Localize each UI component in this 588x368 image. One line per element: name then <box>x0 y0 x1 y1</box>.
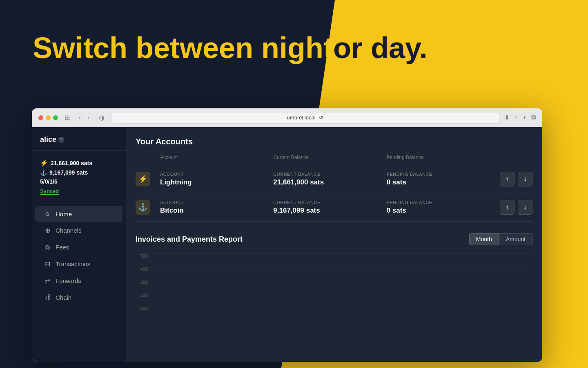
home-icon: ⌂ <box>43 210 51 218</box>
download-icon[interactable]: ⬇ <box>504 114 510 121</box>
bitcoin-current-balance-info: Current Balance 9,167,099 sats <box>273 200 378 215</box>
accounts-header: Account Current Balance Pending Balance <box>136 155 532 164</box>
bitcoin-account-info: Account Bitcoin <box>160 200 265 215</box>
theme-icon[interactable]: ◑ <box>97 112 106 123</box>
lightning-current-balance: 21,661,900 sats <box>273 178 378 186</box>
nav-label-forwards: Forwards <box>56 277 81 284</box>
lightning-account-label: Account <box>160 172 265 177</box>
tabs-icon[interactable]: ⧉ <box>531 114 536 121</box>
lightning-pending-balance-info: Pending Balance 0 sats <box>387 172 492 186</box>
bitcoin-send-button[interactable]: ↑ <box>500 200 514 215</box>
refresh-icon[interactable]: ↺ <box>319 114 323 121</box>
accounts-section-title: Your Accounts <box>136 137 532 146</box>
lightning-current-balance-info: Current Balance 21,661,900 sats <box>273 172 378 186</box>
forwards-icon: ⇄ <box>43 277 51 285</box>
traffic-light-green[interactable] <box>53 115 58 120</box>
bitcoin-balance-label: Current Balance <box>273 200 378 205</box>
lightning-account-icon: ⚡ <box>136 172 150 186</box>
chart-header: Invoices and Payments Report Month Amoun… <box>136 233 532 245</box>
bitcoin-account-icon: ⚓ <box>136 200 150 215</box>
fees-icon: ◎ <box>43 243 51 251</box>
lightning-pending-label: Pending Balance <box>387 172 492 177</box>
forward-button[interactable]: › <box>85 112 92 123</box>
browser-window: ⊞ ‹ › ◑ umbrel.local ↺ ⬇ ↑ + ⧉ alice ? <box>32 108 542 362</box>
col-current-balance: Current Balance <box>273 155 378 160</box>
username-text: alice <box>40 135 56 144</box>
sidebar-item-fees[interactable]: ◎ Fees <box>35 239 122 255</box>
bitcoin-account-label: Account <box>160 200 265 205</box>
nav-label-transactions: Transactions <box>56 260 90 267</box>
bitcoin-current-balance: 9,167,099 sats <box>273 206 378 215</box>
sidebar-balances: ⚡ 21,661,900 sats ⚓ 9,167,099 sats 5/0/1… <box>32 154 126 200</box>
share-icon[interactable]: ↑ <box>514 114 518 121</box>
account-row-bitcoin: ⚓ Account Bitcoin Current Balance 9,167,… <box>136 193 532 222</box>
nav-label-home: Home <box>56 211 72 218</box>
sidebar-item-chain[interactable]: ⛓ Chain <box>35 289 122 305</box>
lightning-actions: ↑ ↓ <box>500 172 532 186</box>
month-control-button[interactable]: Month <box>469 233 499 245</box>
sidebar-header: alice ? <box>32 135 126 151</box>
traffic-light-yellow[interactable] <box>46 115 51 120</box>
browser-actions: ⬇ ↑ + ⧉ <box>504 114 536 121</box>
new-tab-icon[interactable]: + <box>523 114 526 121</box>
chart-title: Invoices and Payments Report <box>136 235 243 244</box>
lightning-balance-label: Current Balance <box>273 172 378 177</box>
lightning-send-button[interactable]: ↑ <box>500 172 514 186</box>
bitcoin-actions: ↑ ↓ <box>500 200 532 215</box>
bitcoin-receive-button[interactable]: ↓ <box>518 200 532 215</box>
bars-container <box>151 254 532 319</box>
lightning-account-info: Account Lightning <box>160 172 265 186</box>
bitcoin-pending-balance-info: Pending Balance 0 sats <box>387 200 492 215</box>
nav-label-channels: Channels <box>56 227 81 234</box>
transactions-icon: ⊟ <box>43 260 51 268</box>
y-label-400: 400 <box>136 267 148 272</box>
browser-chrome: ⊞ ‹ › ◑ umbrel.local ↺ ⬇ ↑ + ⧉ <box>32 108 542 127</box>
sidebar-item-home[interactable]: ⌂ Home <box>35 206 122 222</box>
lightning-pending-balance: 0 sats <box>387 178 492 186</box>
col-pending-balance: Pending Balance <box>387 155 492 160</box>
y-label-100: 100 <box>136 306 148 311</box>
y-label-300: 300 <box>136 280 148 285</box>
headline-part2: or day. <box>333 33 428 64</box>
y-label-500: 500 <box>136 254 148 258</box>
lightning-icon: ⚡ <box>40 159 48 167</box>
help-icon[interactable]: ? <box>58 137 65 143</box>
bitcoin-anchor-icon: ⚓ <box>40 169 47 176</box>
main-content: Your Accounts Account Current Balance Pe… <box>126 127 542 362</box>
browser-nav: ‹ › <box>76 112 92 123</box>
lightning-balance: 21,661,900 sats <box>51 160 92 166</box>
back-button[interactable]: ‹ <box>76 112 83 123</box>
sidebar-item-channels[interactable]: ⊕ Channels <box>35 222 122 238</box>
chain-icon: ⛓ <box>43 294 51 301</box>
traffic-lights <box>38 115 58 120</box>
lightning-receive-button[interactable]: ↓ <box>518 172 532 186</box>
traffic-light-red[interactable] <box>38 115 43 120</box>
lightning-balance-row: ⚡ 21,661,900 sats <box>40 159 118 167</box>
synced-badge: Synced <box>40 188 59 195</box>
amount-control-button[interactable]: Amount <box>499 233 532 245</box>
col-account: Account <box>160 155 265 160</box>
sidebar-item-forwards[interactable]: ⇄ Forwards <box>35 273 122 289</box>
sidebar-nav: ⌂ Home ⊕ Channels ◎ Fees ⊟ Transactions … <box>32 205 126 354</box>
sidebar-username: alice ? <box>40 135 118 144</box>
nav-label-chain: Chain <box>56 294 71 301</box>
address-bar[interactable]: umbrel.local ↺ <box>111 112 499 123</box>
bitcoin-account-name: Bitcoin <box>160 206 265 215</box>
sidebar-toggle-icon[interactable]: ⊞ <box>63 112 71 123</box>
chart-controls: Month Amount <box>469 233 532 245</box>
sidebar-item-transactions[interactable]: ⊟ Transactions <box>35 256 122 272</box>
lightning-account-name: Lightning <box>160 178 265 186</box>
headline-part1: Switch between night <box>33 33 333 64</box>
channels-icon: ⊕ <box>43 227 51 234</box>
url-text: umbrel.local <box>287 114 316 121</box>
sidebar: alice ? ⚡ 21,661,900 sats ⚓ 9,167,099 sa… <box>32 127 126 362</box>
chart-section: Invoices and Payments Report Month Amoun… <box>136 233 532 319</box>
chart-y-axis: 500 400 300 200 100 <box>136 254 148 319</box>
nav-label-fees: Fees <box>56 244 69 251</box>
y-label-200: 200 <box>136 293 148 298</box>
headline: Switch between night or day. <box>33 33 428 64</box>
channel-status: 5/0/1/5 <box>40 178 118 185</box>
bitcoin-balance: 9,167,099 sats <box>49 169 88 176</box>
chart-grid <box>151 254 532 319</box>
bitcoin-pending-label: Pending Balance <box>387 200 492 205</box>
